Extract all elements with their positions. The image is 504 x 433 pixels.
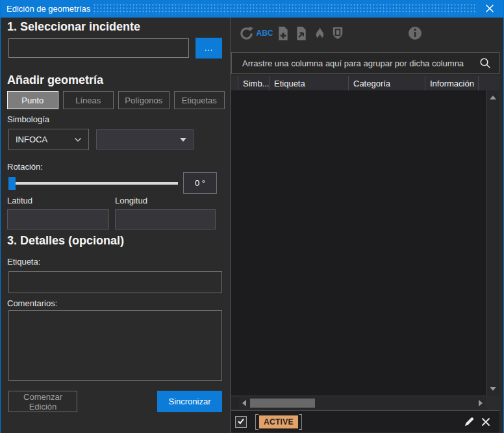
table-footer-row: ACTIVE [231,410,499,432]
geometry-table-body[interactable] [231,90,486,395]
table-header-row: Simb... Etiqueta Categoría Información [231,76,499,90]
geometry-button-lineas[interactable]: Líneas [63,91,114,109]
info-icon[interactable] [408,26,422,40]
geometry-button-poligonos[interactable]: Polígonos [118,91,170,109]
symbology-source-value: INFOCA [16,135,47,144]
delete-x-icon[interactable] [477,413,494,430]
cell-bracket-left [255,414,258,430]
rotation-label: Rotación: [7,162,43,172]
longitude-field[interactable] [115,209,216,230]
group-by-drop-zone[interactable]: Arrastre una columna aquí para agrupar p… [231,52,499,74]
rotation-slider-track[interactable] [8,182,178,185]
scroll-left-icon[interactable] [242,400,246,406]
symbology-label: Simbología [7,114,49,124]
geometry-type-buttons: Punto Líneas Polígonos Etiquetas [7,91,225,109]
chevron-down-icon [74,135,82,144]
sync-button[interactable]: Sincronizar [157,391,222,412]
search-icon[interactable] [479,57,491,69]
cell-bracket-right [299,414,302,430]
titlebar: Edición de geometrías [1,0,504,18]
scroll-up-icon[interactable] [490,96,496,99]
latitude-field[interactable] [7,209,109,230]
etiqueta-field[interactable] [8,271,222,293]
refresh-icon[interactable] [238,25,255,41]
active-checkbox[interactable] [235,416,247,428]
scroll-down-icon[interactable] [490,387,496,391]
section-title-details: 3. Detalles (opcional) [7,234,124,248]
window-title: Edición de geometrías [6,4,90,14]
table-toolbar: ABC [238,25,346,41]
export-file-icon[interactable] [293,25,309,41]
latitude-label: Latitud [7,196,32,205]
add-file-icon[interactable] [275,25,291,41]
window-close-button[interactable] [479,0,501,18]
longitude-label: Longitud [115,196,147,205]
section-title-add-geometry: Añadir geometría [7,73,103,87]
horizontal-scrollbar[interactable] [239,397,486,409]
scrollbar-corner [231,397,239,409]
geometry-button-etiquetas[interactable]: Etiquetas [174,91,225,109]
column-header-etiqueta[interactable]: Etiqueta [269,76,348,90]
start-edit-button[interactable]: Comenzar Edición [8,391,77,412]
column-header-filler [478,76,499,90]
dropdown-arrow-icon [180,138,186,142]
status-cell[interactable]: ACTIVE [255,414,302,430]
symbology-symbol-dropdown[interactable] [96,129,194,150]
edit-pencil-icon[interactable] [460,413,477,430]
section-title-select-incident: 1. Seleccionar incidente [7,20,140,34]
incident-input[interactable] [8,38,189,58]
etiqueta-label: Etiqueta: [7,257,40,267]
status-badge: ACTIVE [259,415,298,428]
shield-icon[interactable] [329,25,346,41]
geometry-button-punto[interactable]: Punto [7,91,58,109]
symbology-source-dropdown[interactable]: INFOCA [8,129,89,150]
close-icon [486,3,494,15]
vertical-scrollbar[interactable] [486,90,499,396]
panel-divider [230,18,231,433]
comentarios-field[interactable] [8,310,222,381]
geometry-edit-dialog: Edición de geometrías 1. Seleccionar inc… [0,0,504,433]
browse-incident-button[interactable]: ... [195,38,222,59]
column-header-informacion[interactable]: Información [425,76,478,90]
horizontal-scrollbar-thumb[interactable] [250,399,315,408]
group-by-hint-text: Arrastre una columna aquí para agrupar p… [242,59,479,68]
checkmark-icon [237,416,245,428]
comentarios-label: Comentarios: [7,298,57,308]
rotation-value: 0 ° [183,172,217,194]
column-header-indicator [231,76,238,90]
abc-labels-icon[interactable]: ABC [257,25,273,41]
column-header-categoria[interactable]: Categoría [348,76,425,90]
titlebar-texture [93,3,477,14]
rotation-slider-thumb[interactable] [8,177,16,190]
column-header-simbolo[interactable]: Simb... [238,76,269,90]
flame-icon[interactable] [311,25,327,41]
scroll-right-icon[interactable] [479,400,483,406]
